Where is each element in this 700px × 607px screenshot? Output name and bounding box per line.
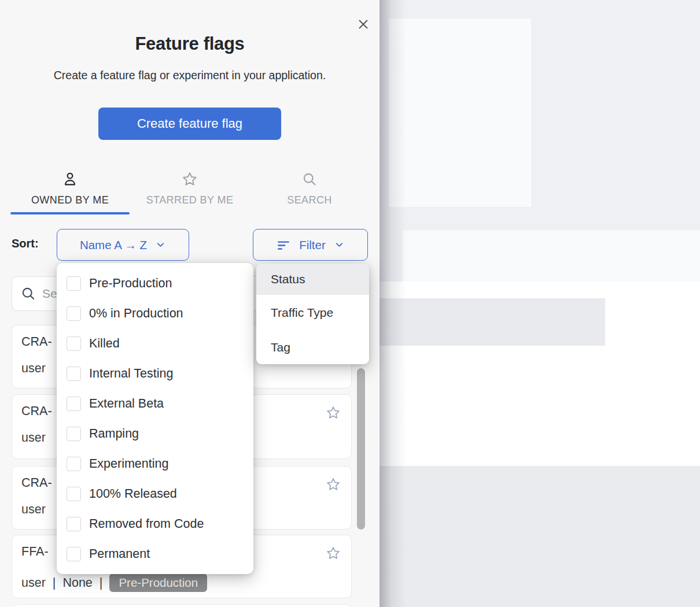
drawer-edge-shadow [380,0,406,607]
option-label: External Beta [89,397,164,411]
menu-item-traffic-type[interactable]: Traffic Type [256,295,369,331]
skeleton-bottom-block [380,466,700,607]
menu-option-killed[interactable]: Killed [57,328,253,358]
scrollbar-thumb[interactable] [357,368,365,530]
checkbox[interactable] [67,427,81,441]
star-button[interactable] [326,405,341,420]
flag-name: FFA- [21,545,49,559]
option-label: Permanent [89,547,150,561]
tab-label: STARRED BY ME [146,194,234,206]
flag-owner: user [21,361,46,376]
sort-label: Sort: [12,237,39,250]
option-label: Pre-Production [89,276,172,291]
checkbox[interactable] [67,487,81,501]
sort-value: Name A → Z [80,238,147,252]
menu-option-removed-from-code[interactable]: Removed from Code [57,509,253,539]
option-label: Internal Testing [89,367,173,381]
menu-option-experimenting[interactable]: Experimenting [57,449,253,479]
chevron-down-icon [155,239,166,250]
chevron-down-icon [334,239,345,250]
page-subtitle: Create a feature flag or experiment in y… [0,69,380,82]
flag-owner: user [21,502,46,517]
menu-option-100-released[interactable]: 100% Released [57,479,253,509]
checkbox[interactable] [67,547,81,561]
person-icon [62,171,78,187]
tab-label: OWNED BY ME [31,194,109,206]
star-button[interactable] [326,477,341,492]
option-label: Removed from Code [89,517,204,531]
tab-label: SEARCH [287,194,331,206]
option-label: 100% Released [89,487,177,501]
skeleton-band-light [403,230,700,282]
option-label: Experimenting [89,457,168,471]
menu-option-0-in-production[interactable]: 0% in Production [57,298,253,328]
page-title: Feature flags [0,34,380,54]
checkbox[interactable] [67,276,81,291]
checkbox[interactable] [67,336,81,351]
flag-name: CRA- [21,335,52,349]
option-label: 0% in Production [89,306,183,321]
flag-name: CRA- [21,404,52,419]
skeleton-gray-bar [380,298,605,346]
filter-dropdown-button[interactable]: Filter [253,229,368,261]
star-button[interactable] [326,546,341,561]
sort-dropdown-button[interactable]: Name A → Z [57,229,189,261]
flag-owner: user [21,576,46,590]
feature-flags-drawer: Feature flags Create a feature flag or e… [0,0,380,607]
filter-type-menu: Status Traffic Type Tag [256,264,369,364]
search-icon [301,171,318,187]
separator: | [100,576,103,590]
star-icon [182,171,198,187]
traffic-type: None [62,576,92,590]
app-root: Feature flags Create a feature flag or e… [0,0,700,607]
status-badge: Pre-Production [109,573,207,592]
menu-option-ramping[interactable]: Ramping [57,419,253,449]
checkbox[interactable] [67,457,81,471]
skeleton-block-top [389,18,531,207]
create-feature-flag-button[interactable]: Create feature flag [98,108,281,140]
menu-option-pre-production[interactable]: Pre-Production [57,268,253,298]
menu-option-external-beta[interactable]: External Beta [57,388,253,419]
tab-search[interactable]: SEARCH [255,171,364,216]
search-icon [20,286,36,302]
checkbox[interactable] [67,397,81,411]
menu-item-tag[interactable]: Tag [256,331,369,364]
checkbox[interactable] [67,367,81,381]
menu-option-permanent[interactable]: Permanent [57,539,253,569]
active-tab-underline [10,212,130,214]
flag-owner: user [21,431,46,445]
filter-label: Filter [299,238,326,252]
separator: | [53,576,56,590]
filter-icon [276,238,291,253]
close-icon [356,17,371,32]
background-page [380,0,700,607]
tab-owned-by-me[interactable]: OWNED BY ME [10,171,130,216]
tab-starred-by-me[interactable]: STARRED BY ME [133,171,246,216]
menu-item-status[interactable]: Status [256,264,369,295]
option-label: Ramping [89,427,139,441]
list-item-partial[interactable] [12,604,352,607]
menu-option-internal-testing[interactable]: Internal Testing [57,358,253,388]
checkbox[interactable] [67,517,81,531]
option-label: Killed [89,336,120,351]
status-filter-menu: Pre-Production 0% in Production Killed I… [57,263,253,574]
checkbox[interactable] [67,306,81,321]
flag-name: CRA- [21,476,52,490]
